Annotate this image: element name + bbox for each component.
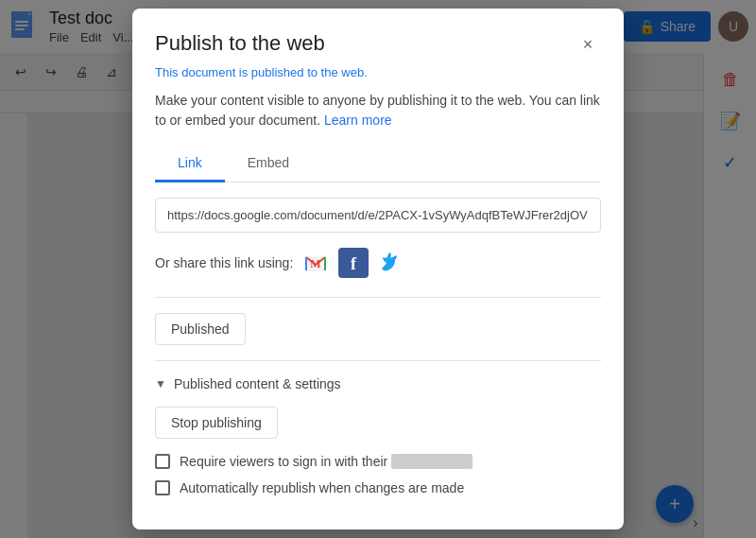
- require-signin-checkbox[interactable]: [155, 454, 170, 469]
- checkbox-require-signin: Require viewers to sign in with their: [155, 454, 601, 469]
- facebook-icon[interactable]: f: [338, 248, 369, 278]
- modal-title: Publish to the web: [155, 31, 325, 56]
- gmail-icon[interactable]: M: [301, 248, 331, 278]
- blurred-account-text: [391, 454, 472, 469]
- require-signin-label: Require viewers to sign in with their: [180, 454, 472, 469]
- modal-body: This document is published to the web. M…: [132, 65, 624, 529]
- auto-republish-checkbox[interactable]: [155, 480, 170, 495]
- require-signin-text: Require viewers to sign in with their: [180, 454, 387, 469]
- svg-text:f: f: [351, 254, 357, 273]
- accordion-header[interactable]: ▼ Published content & settings: [155, 376, 601, 391]
- auto-republish-label: Automatically republish when changes are…: [180, 480, 464, 495]
- modal-close-button[interactable]: ×: [575, 31, 601, 58]
- tab-link[interactable]: Link: [155, 146, 225, 182]
- modal-overlay: Publish to the web × This document is pu…: [0, 0, 756, 538]
- twitter-icon[interactable]: [376, 248, 406, 278]
- stop-publishing-button[interactable]: Stop publishing: [155, 407, 278, 439]
- divider-1: [155, 297, 601, 298]
- description-text: Make your content visible to anyone by p…: [155, 91, 601, 130]
- modal-header: Publish to the web ×: [132, 9, 624, 65]
- published-button[interactable]: Published: [155, 313, 246, 345]
- checkbox-auto-republish: Automatically republish when changes are…: [155, 480, 601, 495]
- divider-2: [155, 360, 601, 361]
- share-label: Or share this link using:: [155, 255, 293, 270]
- modal-tabs: Link Embed: [155, 146, 601, 182]
- accordion-label: Published content & settings: [174, 376, 341, 391]
- share-links: Or share this link using: M f: [155, 248, 601, 278]
- published-notice: This document is published to the web.: [155, 65, 601, 79]
- chevron-down-icon: ▼: [155, 377, 166, 390]
- tab-embed[interactable]: Embed: [225, 146, 312, 182]
- learn-more-link[interactable]: Learn more: [324, 113, 392, 128]
- svg-text:M: M: [311, 257, 321, 270]
- url-box[interactable]: https://docs.google.com/document/d/e/2PA…: [155, 198, 601, 233]
- publish-modal: Publish to the web × This document is pu…: [132, 9, 624, 529]
